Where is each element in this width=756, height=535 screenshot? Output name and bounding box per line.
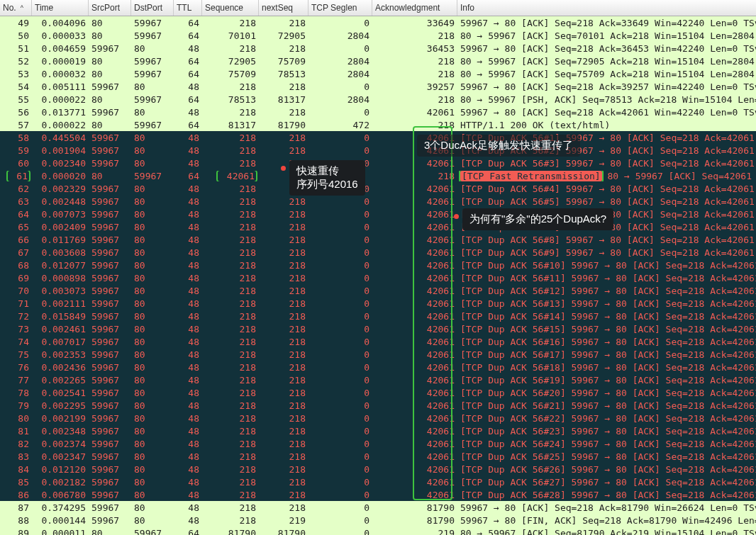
table-row[interactable]: 680.012077599678048218218042061[TCP Dup … xyxy=(0,259,756,271)
cell-srcport: 59967 xyxy=(89,400,131,411)
cell-nextseq: 218 xyxy=(259,502,308,513)
table-row[interactable]: 520.0000198059967647290575709280421880 →… xyxy=(0,55,756,67)
table-row[interactable]: 630.002448599678048218218042061[TCP Dup … xyxy=(0,195,756,208)
table-row[interactable]: 750.002353599678048218218042061[TCP Dup … xyxy=(0,348,756,361)
cell-sequence: 218 xyxy=(221,311,256,322)
table-row[interactable]: 780.002541599678048218218042061[TCP Dup … xyxy=(0,386,756,399)
cell-ack: 42061 xyxy=(419,133,455,143)
table-row[interactable]: 560.01377159967804821821804206159967 → 8… xyxy=(0,106,756,118)
table-row[interactable]: 740.007017599678048218218042061[TCP Dup … xyxy=(0,335,756,348)
table-row[interactable]: 870.37429559967804821821808179059967 → 8… xyxy=(0,501,756,514)
col-header-ttl[interactable]: TTL xyxy=(174,0,202,16)
col-header-dstport[interactable]: DstPort xyxy=(131,0,174,16)
table-row[interactable]: 540.00511159967804821821803925759967 → 8… xyxy=(0,80,756,93)
table-row[interactable]: 830.002347599678048218218042061[TCP Dup … xyxy=(0,450,756,463)
table-row[interactable]: 600.002340599678048218218042061[TCP Dup … xyxy=(0,157,756,169)
table-row[interactable]: 800.002199599678048218218042061[TCP Dup … xyxy=(0,412,756,424)
cell-dstport: 59967 xyxy=(131,94,174,105)
col-header-srcport[interactable]: SrcPort xyxy=(89,0,131,16)
col-header-sequence[interactable]: Sequence xyxy=(202,0,259,16)
cell-no: 85 xyxy=(11,477,29,488)
cell-srcport: 59967 xyxy=(89,324,131,334)
cell-srcport: 80 xyxy=(89,120,131,130)
cell-ttl: 48 xyxy=(174,81,202,92)
cell-nextseq: 218 xyxy=(259,413,308,424)
table-row[interactable]: 700.003073599678048218218042061[TCP Dup … xyxy=(0,284,756,297)
cell-info: [TCP Dup ACK 56#8] 59967 → 80 [ACK] Seq=… xyxy=(457,235,756,245)
cell-srcport: 59967 xyxy=(89,222,131,232)
cell-sequence: 81317 xyxy=(221,120,256,130)
col-header-ack[interactable]: Acknowledgment xyxy=(372,0,457,16)
table-row[interactable]: 580.445504599678048218218042061[TCP Dup … xyxy=(0,131,756,144)
table-row[interactable]: 610.00002080599676442061218[TCP Fast Ret… xyxy=(0,169,756,182)
col-header-nextseq[interactable]: nextSeq xyxy=(259,0,308,16)
cell-nextseq: 218 xyxy=(259,477,308,488)
table-row[interactable]: 590.001904599678048218218042061[TCP Dup … xyxy=(0,144,756,157)
cell-srcport: 80 xyxy=(89,18,131,28)
cell-ack: 218 xyxy=(419,120,455,130)
table-row[interactable]: 690.000898599678048218218042061[TCP Dup … xyxy=(0,271,756,284)
cell-no: 73 xyxy=(11,324,29,334)
cell-sequence: 218 xyxy=(221,515,256,526)
cell-ttl: 64 xyxy=(174,30,202,41)
table-row[interactable]: 760.002436599678048218218042061[TCP Dup … xyxy=(0,361,756,373)
table-row[interactable]: 530.0000328059967647570978513280421880 →… xyxy=(0,67,756,80)
col-header-no[interactable]: No.^ xyxy=(0,0,32,16)
cell-time: 0.002182 xyxy=(32,477,89,488)
table-row[interactable]: 880.00014459967804821821908179059967 → 8… xyxy=(0,514,756,526)
table-row[interactable]: 770.002265599678048218218042061[TCP Dup … xyxy=(0,373,756,386)
packet-capture-window[interactable]: No.^ Time SrcPort DstPort TTL Sequence n… xyxy=(0,0,756,535)
cell-nextseq: 218 xyxy=(259,337,308,347)
table-row[interactable]: 490.00409680599676421821803364959967 → 8… xyxy=(0,16,756,29)
cell-ack: 81790 xyxy=(419,502,455,513)
cell-ack: 42061 xyxy=(419,235,455,245)
cell-ack: 218 xyxy=(419,30,455,41)
table-row[interactable]: 730.002461599678048218218042061[TCP Dup … xyxy=(0,322,756,335)
cell-seglen: 0 xyxy=(308,18,372,28)
cell-srcport: 59967 xyxy=(89,451,131,462)
cell-info: [TCP Dup ACK 56#12] 59967 → 80 [ACK] Seq… xyxy=(457,286,756,296)
table-row[interactable]: 710.002111599678048218218042061[TCP Dup … xyxy=(0,297,756,310)
table-row[interactable]: 790.002295599678048218218042061[TCP Dup … xyxy=(0,399,756,412)
cell-no: 89 xyxy=(11,528,29,536)
cell-seglen: 0 xyxy=(308,324,372,334)
cell-seglen: 2804 xyxy=(308,94,372,105)
col-header-info[interactable]: Info xyxy=(457,0,756,16)
cell-time: 0.002353 xyxy=(32,349,89,360)
cell-nextseq: 218 xyxy=(259,133,308,143)
table-row[interactable]: 720.015849599678048218218042061[TCP Dup … xyxy=(0,310,756,322)
cell-ttl: 64 xyxy=(174,120,202,130)
table-row[interactable]: 810.002348599678048218218042061[TCP Dup … xyxy=(0,424,756,437)
cell-info: 59967 → 80 [ACK] Seq=218 Ack=36453 Win=4… xyxy=(457,43,756,54)
table-row[interactable]: 510.00465959967804821821803645359967 → 8… xyxy=(0,42,756,55)
table-row[interactable]: 650.002409599678048218218042061[TCP Dup … xyxy=(0,220,756,233)
table-row[interactable]: 820.002374599678048218218042061[TCP Dup … xyxy=(0,437,756,450)
table-row[interactable]: 550.0000228059967647851381317280421880 →… xyxy=(0,93,756,106)
cell-time: 0.002340 xyxy=(32,158,89,169)
cell-sequence: 218 xyxy=(221,388,256,398)
col-header-seglen[interactable]: TCP Seglen xyxy=(308,0,372,16)
cell-time: 0.004659 xyxy=(32,43,89,54)
cell-time: 0.000022 xyxy=(32,120,89,130)
cell-dstport: 80 xyxy=(131,43,174,54)
sort-indicator-icon: ^ xyxy=(21,4,23,11)
cell-ttl: 48 xyxy=(174,273,202,283)
cell-no: 49 xyxy=(11,18,29,28)
table-row[interactable]: 570.0000228059967648131781790472218HTTP/… xyxy=(0,118,756,131)
cell-sequence: 218 xyxy=(221,324,256,334)
cell-nextseq: 218 xyxy=(259,145,308,156)
table-row[interactable]: 660.011769599678048218218042061[TCP Dup … xyxy=(0,233,756,246)
table-row[interactable]: 840.012120599678048218218042061[TCP Dup … xyxy=(0,463,756,475)
cell-ttl: 48 xyxy=(174,247,202,258)
table-row[interactable]: 670.003608599678048218218042061[TCP Dup … xyxy=(0,246,756,259)
col-header-time[interactable]: Time xyxy=(32,0,89,16)
cell-seglen: 0 xyxy=(308,133,372,143)
table-row[interactable]: 860.006780599678048218218042061[TCP Dup … xyxy=(0,488,756,501)
cell-ack: 42061 xyxy=(419,362,455,373)
table-row[interactable]: 640.007073599678048218218042061[TCP Dup … xyxy=(0,208,756,220)
table-row[interactable]: 500.0000338059967647010172905280421880 →… xyxy=(0,29,756,42)
table-row[interactable]: 850.002182599678048218218042061[TCP Dup … xyxy=(0,475,756,488)
cell-time: 0.012120 xyxy=(32,464,89,475)
table-row[interactable]: 620.002329599678048218218042061[TCP Dup … xyxy=(0,182,756,195)
table-row[interactable]: 890.0000118059967648179081790021980 → 59… xyxy=(0,526,756,535)
